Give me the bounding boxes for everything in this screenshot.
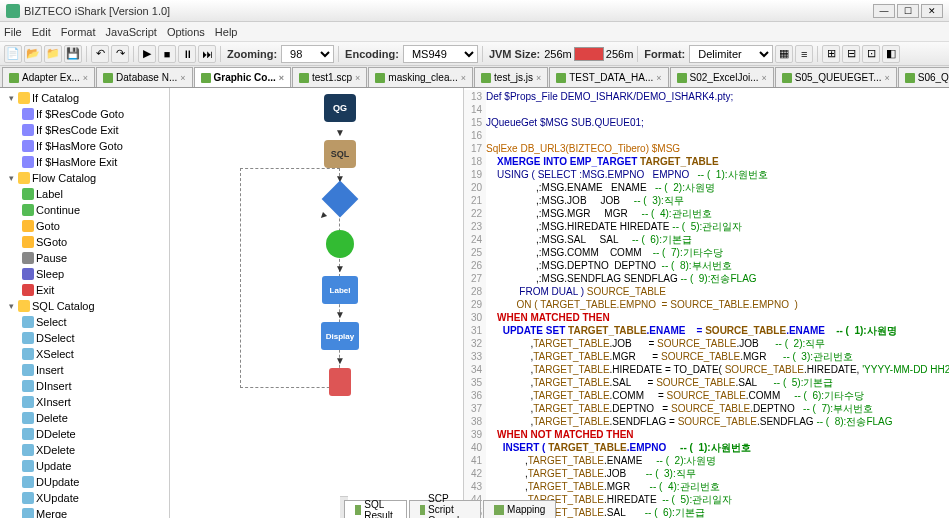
tool-new-icon[interactable]: 📄 (4, 45, 22, 63)
tree-category[interactable]: ▾Flow Catalog (2, 170, 167, 186)
editor-tab[interactable]: test_js.js× (474, 67, 548, 87)
tree-category[interactable]: ▾SQL Catalog (2, 298, 167, 314)
tool-a-icon[interactable]: ⊞ (822, 45, 840, 63)
tool-open2-icon[interactable]: 📁 (44, 45, 62, 63)
code-line[interactable]: 43 ,TARGET_TABLE.MGR -- ( 4):관리번호 (464, 480, 949, 493)
code-line[interactable]: 32 ,TARGET_TABLE.JOB = SOURCE_TABLE.JOB … (464, 337, 949, 350)
minimize-button[interactable]: — (873, 4, 895, 18)
tree-item[interactable]: DInsert (2, 378, 167, 394)
menu-edit[interactable]: Edit (32, 26, 51, 38)
flow-node-sql[interactable]: SQL (324, 140, 356, 168)
flow-node-lbl[interactable]: Label (322, 276, 358, 304)
menu-javascript[interactable]: JavaScript (106, 26, 157, 38)
code-line[interactable]: 21 ,:MSG.JOB JOB -- ( 3):직무 (464, 194, 949, 207)
code-line[interactable]: 20 ,:MSG.ENAME ENAME -- ( 2):사원명 (464, 181, 949, 194)
code-line[interactable]: 23 ,:MSG.HIREDATE HIREDATE -- ( 5):관리일자 (464, 220, 949, 233)
code-line[interactable]: 35 ,TARGET_TABLE.SAL = SOURCE_TABLE.SAL … (464, 376, 949, 389)
tree-item[interactable]: DDelete (2, 426, 167, 442)
tool-undo-icon[interactable]: ↶ (91, 45, 109, 63)
close-icon[interactable]: × (656, 73, 661, 83)
tree-item[interactable]: Exit (2, 282, 167, 298)
tool-stop-icon[interactable]: ■ (158, 45, 176, 63)
tree-item[interactable]: Delete (2, 410, 167, 426)
tool-redo-icon[interactable]: ↷ (111, 45, 129, 63)
close-icon[interactable]: × (536, 73, 541, 83)
tree-item[interactable]: If $HasMore Goto (2, 138, 167, 154)
tree-item[interactable]: If $HasMore Exit (2, 154, 167, 170)
zooming-select[interactable]: 98 (281, 45, 334, 63)
code-line[interactable]: 18 XMERGE INTO EMP_TARGET TARGET_TABLE (464, 155, 949, 168)
tree-item[interactable]: DUpdate (2, 474, 167, 490)
encoding-select[interactable]: MS949 (403, 45, 478, 63)
editor-tab[interactable]: masking_clea...× (368, 67, 473, 87)
code-editor[interactable]: 13Def $Props_File DEMO_ISHARK/DEMO_ISHAR… (464, 88, 949, 518)
editor-tab[interactable]: S02_ExcelJoi...× (670, 67, 774, 87)
editor-tab[interactable]: test1.scp× (292, 67, 367, 87)
code-line[interactable]: 17SqlExe DB_URL3(BIZTECO_Tibero) $MSG (464, 142, 949, 155)
catalog-sidebar[interactable]: ▾If CatalogIf $ResCode GotoIf $ResCode E… (0, 88, 170, 518)
tree-item[interactable]: SGoto (2, 234, 167, 250)
code-line[interactable]: 40 INSERT ( TARGET_TABLE.EMPNO -- ( 1):사… (464, 441, 949, 454)
code-line[interactable]: 42 ,TARGET_TABLE.JOB -- ( 3):직무 (464, 467, 949, 480)
menu-format[interactable]: Format (61, 26, 96, 38)
tool-c-icon[interactable]: ⊡ (862, 45, 880, 63)
close-icon[interactable]: × (762, 73, 767, 83)
code-line[interactable]: 33 ,TARGET_TABLE.MGR = SOURCE_TABLE.MGR … (464, 350, 949, 363)
close-icon[interactable]: × (884, 73, 889, 83)
tree-category[interactable]: ▾If Catalog (2, 90, 167, 106)
editor-tab[interactable]: Database N...× (96, 67, 192, 87)
flow-node-go[interactable] (326, 230, 354, 258)
tool-run-icon[interactable]: ▶ (138, 45, 156, 63)
code-line[interactable]: 38 ,TARGET_TABLE.SENDFLAG = SOURCE_TABLE… (464, 415, 949, 428)
tree-item[interactable]: If $ResCode Goto (2, 106, 167, 122)
tree-item[interactable]: Update (2, 458, 167, 474)
tool-list-icon[interactable]: ≡ (795, 45, 813, 63)
bottom-tab[interactable]: SCP Script Console (409, 500, 481, 518)
flow-node-qg[interactable]: QG (324, 94, 356, 122)
tool-d-icon[interactable]: ◧ (882, 45, 900, 63)
menu-help[interactable]: Help (215, 26, 238, 38)
tool-b-icon[interactable]: ⊟ (842, 45, 860, 63)
code-line[interactable]: 16 (464, 129, 949, 142)
tree-item[interactable]: Continue (2, 202, 167, 218)
tree-item[interactable]: Merge (2, 506, 167, 518)
close-icon[interactable]: × (279, 73, 284, 83)
close-icon[interactable]: × (83, 73, 88, 83)
flow-node-dia[interactable] (322, 181, 359, 218)
format-select[interactable]: Delimiter (689, 45, 773, 63)
tool-open-icon[interactable]: 📂 (24, 45, 42, 63)
tree-item[interactable]: XSelect (2, 346, 167, 362)
menu-file[interactable]: File (4, 26, 22, 38)
tool-pause-icon[interactable]: ⏸ (178, 45, 196, 63)
editor-tab[interactable]: S06_QUEUEPUT...× (898, 67, 949, 87)
code-line[interactable]: 30 WHEN MATCHED THEN (464, 311, 949, 324)
code-line[interactable]: 26 ,:MSG.DEPTNO DEPTNO -- ( 8):부서번호 (464, 259, 949, 272)
tool-grid-icon[interactable]: ▦ (775, 45, 793, 63)
close-button[interactable]: ✕ (921, 4, 943, 18)
code-line[interactable]: 22 ,:MSG.MGR MGR -- ( 4):관리번호 (464, 207, 949, 220)
tree-item[interactable]: XDelete (2, 442, 167, 458)
tree-item[interactable]: Select (2, 314, 167, 330)
editor-tab[interactable]: S05_QUEUEGET...× (775, 67, 897, 87)
code-line[interactable]: 19 USING ( SELECT :MSG.EMPNO EMPNO -- ( … (464, 168, 949, 181)
tree-item[interactable]: Goto (2, 218, 167, 234)
code-line[interactable]: 13Def $Props_File DEMO_ISHARK/DEMO_ISHAR… (464, 90, 949, 103)
editor-tab[interactable]: TEST_DATA_HA...× (549, 67, 668, 87)
close-icon[interactable]: × (461, 73, 466, 83)
code-line[interactable]: 27 ,:MSG.SENDFLAG SENDFLAG -- ( 9):전송FLA… (464, 272, 949, 285)
close-icon[interactable]: × (355, 73, 360, 83)
code-line[interactable]: 39 WHEN NOT MATCHED THEN (464, 428, 949, 441)
tree-item[interactable]: Insert (2, 362, 167, 378)
tree-item[interactable]: Pause (2, 250, 167, 266)
code-line[interactable]: 36 ,TARGET_TABLE.COMM = SOURCE_TABLE.COM… (464, 389, 949, 402)
code-line[interactable]: 34 ,TARGET_TABLE.HIREDATE = TO_DATE( SOU… (464, 363, 949, 376)
tree-item[interactable]: DSelect (2, 330, 167, 346)
editor-tab[interactable]: Adapter Ex...× (2, 67, 95, 87)
code-line[interactable]: 25 ,:MSG.COMM COMM -- ( 7):기타수당 (464, 246, 949, 259)
tree-item[interactable]: Label (2, 186, 167, 202)
code-line[interactable]: 37 ,TARGET_TABLE.DEPTNO = SOURCE_TABLE.D… (464, 402, 949, 415)
editor-tab[interactable]: Graphic Co...× (194, 67, 292, 87)
code-line[interactable]: 15JQueueGet $MSG SUB.QUEUE01; (464, 116, 949, 129)
tool-step-icon[interactable]: ⏭ (198, 45, 216, 63)
tree-item[interactable]: Sleep (2, 266, 167, 282)
